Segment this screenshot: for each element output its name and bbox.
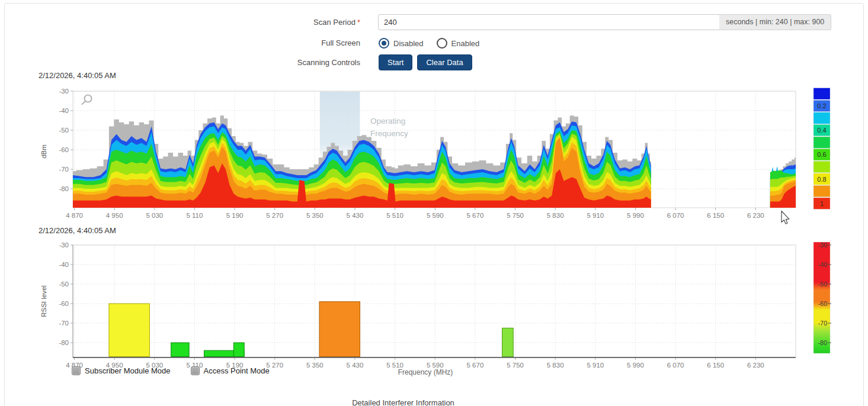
svg-text:-50: -50 [59, 281, 69, 288]
svg-text:-70: -70 [59, 320, 69, 327]
svg-text:4 950: 4 950 [106, 212, 123, 219]
legend-checkbox-icon[interactable] [191, 366, 200, 375]
interferer-bar[interactable] [502, 328, 514, 356]
detailed-interferer-heading: Detailed Interferer Information [5, 398, 802, 406]
density-color-scale: 0.20.40.60.81 [813, 88, 830, 210]
svg-text:5 190: 5 190 [226, 212, 244, 219]
svg-text:4 870: 4 870 [66, 212, 83, 219]
svg-text:-30: -30 [59, 241, 69, 249]
svg-text:-60: -60 [818, 300, 827, 307]
svg-text:-30: -30 [818, 241, 827, 249]
svg-text:5 910: 5 910 [587, 362, 604, 369]
svg-text:-40: -40 [59, 107, 69, 114]
bar-chart-legend: Subscriber Module Mode Access Point Mode [72, 366, 270, 375]
svg-text:-70: -70 [59, 166, 69, 173]
spectrum-density-layers [73, 115, 796, 208]
svg-text:5 430: 5 430 [347, 212, 364, 219]
interferer-bar[interactable] [319, 302, 360, 357]
svg-text:-80: -80 [59, 185, 69, 192]
svg-text:5 430: 5 430 [347, 362, 364, 369]
charts-canvas[interactable]: 4 8704 9505 0305 1105 1905 2705 3505 430… [5, 4, 868, 406]
svg-text:1: 1 [820, 200, 824, 207]
svg-text:6 070: 6 070 [667, 212, 684, 219]
svg-text:-80: -80 [818, 339, 827, 346]
svg-text:-50: -50 [818, 281, 827, 288]
svg-text:-50: -50 [59, 127, 69, 134]
svg-text:5 670: 5 670 [467, 212, 484, 219]
svg-text:5 990: 5 990 [627, 212, 644, 219]
interferer-bar[interactable] [233, 343, 244, 357]
svg-text:5 270: 5 270 [266, 212, 283, 219]
svg-text:5 350: 5 350 [306, 362, 324, 369]
legend-toggle-subscriber-module-mode[interactable]: Subscriber Module Mode [72, 366, 171, 375]
svg-text:0.2: 0.2 [817, 102, 826, 109]
svg-text:-60: -60 [59, 300, 69, 307]
dbm-axis-title: dBm [40, 144, 47, 159]
zoom-reset-icon[interactable] [82, 95, 92, 105]
svg-text:5 110: 5 110 [186, 212, 203, 219]
svg-text:6 230: 6 230 [747, 212, 764, 219]
svg-text:Frequency: Frequency [370, 129, 408, 138]
rssi-bar-plot[interactable]: 4 8704 9505 0305 1105 1905 2705 3505 430… [40, 241, 796, 369]
svg-text:5 750: 5 750 [507, 212, 524, 219]
legend-toggle-access-point-mode[interactable]: Access Point Mode [191, 366, 270, 375]
interferer-bar[interactable] [109, 304, 150, 357]
svg-text:6 230: 6 230 [747, 362, 764, 369]
svg-text:5 030: 5 030 [146, 212, 163, 219]
svg-text:0.4: 0.4 [817, 127, 826, 134]
svg-text:5 830: 5 830 [547, 362, 564, 369]
svg-text:6 070: 6 070 [667, 362, 684, 369]
svg-text:5 830: 5 830 [547, 212, 564, 219]
svg-text:-40: -40 [818, 261, 827, 268]
frequency-axis-title: Frequency (MHz) [372, 368, 479, 376]
mouse-cursor [781, 211, 789, 224]
svg-text:5 510: 5 510 [386, 212, 403, 219]
rssi-color-scale: -30-40-50-60-70-80 [813, 241, 831, 353]
spectrogram-plot[interactable]: 4 8704 9505 0305 1105 1905 2705 3505 430… [40, 88, 796, 219]
rssi-axis-title: RSSI level [40, 285, 47, 317]
svg-text:6 150: 6 150 [707, 212, 724, 219]
operating-frequency-label: Operating [370, 117, 405, 125]
svg-text:0.6: 0.6 [817, 151, 826, 158]
svg-text:5 910: 5 910 [587, 212, 604, 219]
svg-text:5 750: 5 750 [507, 362, 524, 369]
svg-text:-70: -70 [818, 320, 827, 327]
spectrum-analyzer-card: Scan Period* seconds | min: 240 | max: 9… [4, 3, 864, 406]
svg-text:-40: -40 [59, 261, 69, 268]
svg-text:-80: -80 [59, 339, 69, 346]
svg-text:5 990: 5 990 [627, 362, 644, 369]
interferer-bar[interactable] [171, 343, 189, 357]
svg-text:0.8: 0.8 [817, 176, 826, 183]
legend-checkbox-icon[interactable] [72, 366, 81, 375]
svg-text:6 150: 6 150 [707, 362, 724, 369]
svg-text:-60: -60 [59, 146, 69, 153]
svg-text:5 590: 5 590 [427, 212, 444, 219]
svg-text:-30: -30 [59, 88, 69, 95]
svg-text:5 350: 5 350 [306, 212, 324, 219]
